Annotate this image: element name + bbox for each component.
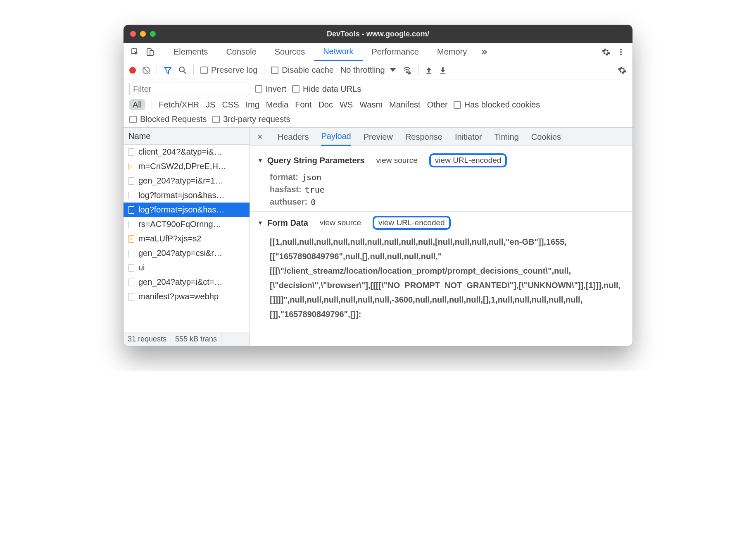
request-name: gen_204?atyp=i&ct=… [138,277,223,287]
request-row[interactable]: m=aLUfP?xjs=s2 [124,231,250,246]
request-row[interactable]: client_204?&atyp=i&… [124,145,250,159]
svg-point-3 [620,49,622,50]
download-har-icon[interactable] [439,67,447,74]
main-tabbar: ElementsConsoleSourcesNetworkPerformance… [124,43,632,61]
param-value: json [302,172,321,182]
filter-type-ws[interactable]: WS [340,100,353,110]
third-party-requests-checkbox[interactable]: 3rd-party requests [212,114,290,124]
tab-elements[interactable]: Elements [164,43,217,61]
filter-type-img[interactable]: Img [246,100,259,110]
filter-type-css[interactable]: CSS [222,100,239,110]
request-name: gen_204?atyp=i&r=1… [138,176,223,186]
request-name: log?format=json&has… [138,191,224,200]
tab-sources[interactable]: Sources [266,43,314,61]
separator [264,65,264,75]
query-param-row: hasfast:true [270,185,625,195]
filter-type-fetchxhr[interactable]: Fetch/XHR [159,100,199,110]
filter-type-media[interactable]: Media [266,100,288,110]
document-file-icon [128,177,134,185]
svg-point-6 [179,67,184,72]
detail-tabs: × HeadersPayloadPreviewResponseInitiator… [250,128,632,146]
detail-tab-timing[interactable]: Timing [494,128,519,146]
tab-network[interactable]: Network [314,43,362,61]
settings-gear-icon[interactable] [599,45,613,60]
blocked-requests-checkbox[interactable]: Blocked Requests [129,114,207,124]
svg-point-4 [620,51,622,53]
request-row[interactable]: manifest?pwa=webhp [124,289,250,304]
network-conditions-icon[interactable] [402,66,411,75]
filter-type-all[interactable]: All [129,99,145,110]
param-value: 0 [311,197,316,207]
tab-performance[interactable]: Performance [363,43,428,61]
throttling-select[interactable]: No throttling [340,65,396,75]
filter-input[interactable] [129,83,249,95]
svg-point-5 [620,54,622,55]
filter-type-manifest[interactable]: Manifest [389,100,421,110]
disclosure-triangle-icon[interactable]: ▼ [257,157,263,164]
upload-har-icon[interactable] [425,67,433,74]
separator [418,65,418,75]
detail-tab-payload[interactable]: Payload [321,128,351,146]
preserve-log-checkbox[interactable]: Preserve log [200,65,257,75]
svg-rect-9 [426,73,431,74]
filter-toggle-icon[interactable] [164,66,172,74]
filter-type-js[interactable]: JS [206,100,215,110]
close-detail-icon[interactable]: × [255,131,265,142]
filter-type-font[interactable]: Font [295,100,311,110]
request-name: m=aLUfP?xjs=s2 [138,234,201,243]
query-string-section-header: ▼ Query String Parameters view source vi… [257,153,625,167]
request-row[interactable]: gen_204?atyp=csi&r… [124,246,250,260]
tab-console[interactable]: Console [217,43,265,61]
clear-log-icon[interactable] [143,67,150,74]
hide-data-urls-checkbox[interactable]: Hide data URLs [292,84,361,94]
request-name: rs=ACT90oFqOrnng… [138,219,221,229]
request-row[interactable]: m=CnSW2d,DPreE,H… [124,159,250,174]
disable-cache-checkbox[interactable]: Disable cache [271,65,334,75]
request-name: gen_204?atyp=csi&r… [138,248,222,258]
separator [157,65,157,75]
tab-memory[interactable]: Memory [428,43,476,61]
record-button[interactable] [129,67,136,74]
request-name: m=CnSW2d,DPreE,H… [138,162,226,171]
request-row[interactable]: log?format=json&has… [124,203,250,217]
query-param-row: authuser:0 [270,197,625,207]
view-source-link[interactable]: view source [320,218,361,227]
form-data-section-header: ▼ Form Data view source view URL-encoded [257,216,625,230]
detail-tab-headers[interactable]: Headers [278,128,309,146]
request-row[interactable]: gen_204?atyp=i&ct=… [124,275,250,289]
svg-point-7 [406,72,407,73]
detail-tab-response[interactable]: Response [405,128,442,146]
filter-type-other[interactable]: Other [427,100,448,110]
detail-panel: × HeadersPayloadPreviewResponseInitiator… [250,128,632,346]
inspect-element-icon[interactable] [128,45,143,60]
filter-type-wasm[interactable]: Wasm [359,100,383,110]
payload-body: ▼ Query String Parameters view source vi… [250,146,632,327]
script-file-icon [128,163,134,170]
request-row[interactable]: rs=ACT90oFqOrnng… [124,217,250,231]
search-icon[interactable] [178,66,187,74]
detail-tab-cookies[interactable]: Cookies [531,128,561,146]
kebab-menu-icon[interactable] [613,45,628,60]
detail-tab-preview[interactable]: Preview [364,128,393,146]
view-url-encoded-link[interactable]: view URL-encoded [429,153,507,167]
document-file-icon [128,221,134,228]
detail-tab-initiator[interactable]: Initiator [455,128,482,146]
window-titlebar: DevTools - www.google.com/ [124,25,632,43]
document-file-icon [128,293,134,301]
view-source-link[interactable]: view source [376,156,418,165]
script-file-icon [128,235,134,243]
request-row[interactable]: ui [124,260,250,275]
separator [161,47,161,57]
more-tabs-icon[interactable] [476,45,491,60]
request-row[interactable]: log?format=json&has… [124,188,250,203]
request-name: log?format=json&has… [138,205,224,215]
view-url-encoded-link[interactable]: view URL-encoded [373,216,451,230]
disclosure-triangle-icon[interactable]: ▼ [257,219,263,226]
param-key: hasfast: [270,185,302,195]
request-row[interactable]: gen_204?atyp=i&r=1… [124,174,250,188]
filter-type-doc[interactable]: Doc [318,100,333,110]
network-settings-gear-icon[interactable] [618,66,627,75]
invert-checkbox[interactable]: Invert [255,84,286,94]
has-blocked-cookies-checkbox[interactable]: Has blocked cookies [454,100,540,110]
device-toolbar-icon[interactable] [143,45,157,60]
